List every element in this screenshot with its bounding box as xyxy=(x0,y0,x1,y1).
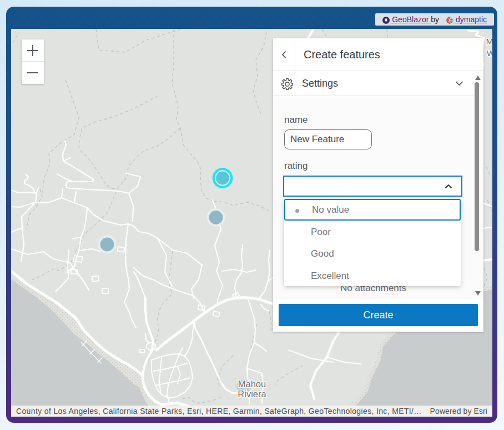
svg-text:Mahou: Mahou xyxy=(238,379,266,389)
svg-text:Riviera: Riviera xyxy=(238,389,266,399)
svg-text:M: M xyxy=(486,37,492,46)
svg-text:W: W xyxy=(487,48,492,58)
